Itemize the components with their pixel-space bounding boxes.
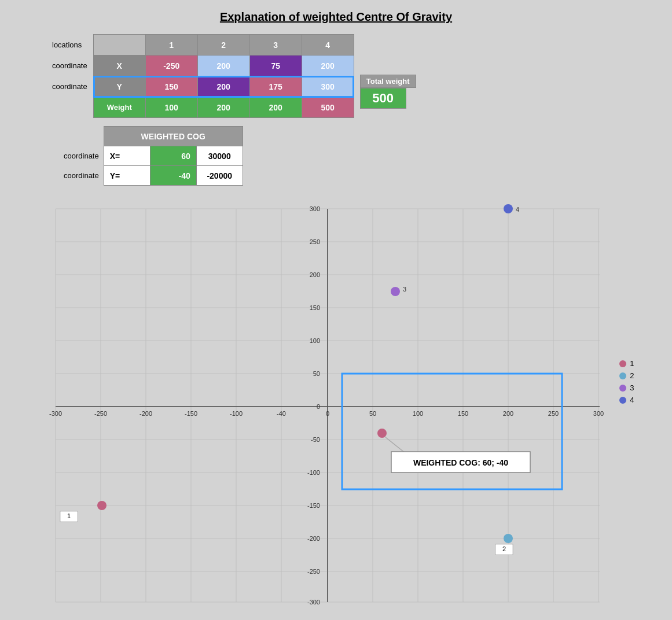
y-axis-label: Y [93,76,145,97]
svg-text:250: 250 [309,238,320,245]
col-header-4: 4 [302,35,354,56]
point-2-label: 2 [502,545,505,552]
svg-text:300: 300 [309,205,320,212]
point-2-dot [504,534,513,543]
cog-data-table: WEIGHTED COG X= 60 30000 Y= -40 -20000 [104,126,243,186]
svg-text:100: 100 [412,410,423,417]
chart-area: -300 -250 -200 -150 -100 -40 0 50 100 15… [32,197,640,619]
col-header-1: 1 [145,35,197,56]
svg-text:0: 0 [325,410,329,417]
x-val-3: 75 [249,56,302,76]
y-val-2: 200 [197,76,249,97]
cog-x-value: 60 [150,146,196,166]
x-val-1: -250 [145,56,197,76]
w-val-3: 200 [249,97,302,118]
legend-item-3: 3 [619,383,634,392]
page-title: Explanation of weighted Centre Of Gravit… [17,10,655,24]
legend-label-2: 2 [630,371,634,380]
col-header-3: 3 [249,35,302,56]
svg-text:-100: -100 [229,410,242,417]
cog-x-product: 30000 [196,146,243,166]
w-val-2: 200 [197,97,249,118]
legend-label-4: 4 [630,396,634,404]
svg-text:50: 50 [313,370,320,377]
svg-text:200: 200 [502,410,513,417]
weight-row-label: Weight [93,97,145,118]
svg-text:150: 150 [309,304,320,311]
total-weight-value: 500 [360,88,406,109]
svg-text:-50: -50 [311,436,320,443]
svg-text:-100: -100 [307,469,320,476]
point-4-label: 4 [516,206,519,213]
cog-header-space [64,126,101,146]
point-4-dot [504,204,513,213]
y-val-4: 300 [302,76,354,97]
legend-item-4: 4 [619,396,634,404]
svg-text:50: 50 [369,410,376,417]
point-3-dot [391,287,400,296]
cog-y-label: Y= [104,166,150,186]
cog-y-product: -20000 [196,166,243,186]
svg-text:-200: -200 [139,410,152,417]
legend-item-2: 2 [619,371,634,380]
legend-dot-1 [619,360,626,367]
cog-callout-label: WEIGHTED COG: 60; -40 [413,458,508,467]
legend-dot-3 [619,385,626,392]
svg-text:150: 150 [457,410,468,417]
col-header-2: 2 [197,35,249,56]
svg-text:250: 250 [548,410,558,417]
svg-text:300: 300 [593,410,603,417]
svg-text:-150: -150 [307,502,320,509]
chart-legend: 1 2 3 4 [619,359,634,404]
coord-x-label: coordinate [52,55,91,76]
total-weight-label: Total weight [360,75,416,88]
svg-text:-40: -40 [277,410,286,417]
svg-text:-200: -200 [307,535,320,542]
w-val-4: 500 [302,97,354,118]
main-data-table: 1 2 3 4 X -250 200 75 200 Y [93,34,354,118]
cog-coord-y-label: coordinate [64,165,101,185]
x-val-4: 200 [302,56,354,76]
svg-text:0: 0 [316,403,320,410]
x-val-2: 200 [197,56,249,76]
coord-y-label: coordinate [52,76,91,97]
svg-text:-300: -300 [307,599,320,606]
cog-coord-x-label: coordinate [64,146,101,165]
chart-svg: -300 -250 -200 -150 -100 -40 0 50 100 15… [32,197,640,619]
svg-text:-250: -250 [94,410,107,417]
cog-y-value: -40 [150,166,196,186]
legend-label-3: 3 [630,383,634,392]
weight-label [52,97,91,117]
w-val-1: 100 [145,97,197,118]
point-1-label: 1 [67,512,70,519]
total-weight-section: Total weight 500 [360,75,416,109]
cog-x-label: X= [104,146,150,166]
svg-text:200: 200 [309,271,320,278]
point-3-label: 3 [403,286,406,293]
empty-header [93,35,145,56]
legend-label-1: 1 [630,359,634,368]
y-val-3: 175 [249,76,302,97]
cog-header: WEIGHTED COG [104,127,243,146]
x-axis-label: X [93,56,145,76]
svg-text:-250: -250 [307,568,320,575]
svg-text:-150: -150 [184,410,197,417]
svg-text:100: 100 [309,337,320,344]
locations-label: locations [52,34,91,55]
y-val-1: 150 [145,76,197,97]
svg-text:-300: -300 [49,410,61,417]
legend-dot-2 [619,372,626,379]
legend-dot-4 [619,397,626,404]
cog-dot [377,429,387,438]
legend-item-1: 1 [619,359,634,368]
point-1-dot [97,501,107,510]
